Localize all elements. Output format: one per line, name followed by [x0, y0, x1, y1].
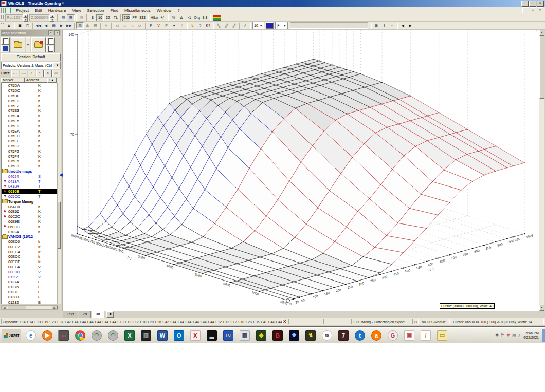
hscroll-left-icon[interactable]: ◀ — [2, 306, 7, 309]
taskbar-g-app[interactable]: G — [387, 330, 398, 341]
taskbar-chrome[interactable] — [75, 330, 86, 341]
import-file-button[interactable] — [31, 37, 46, 52]
percent-button[interactable]: % — [170, 14, 177, 21]
map-list-row[interactable]: ⚑06C2CK — [2, 214, 58, 219]
spin-up-icon[interactable]: ▲ — [23, 14, 28, 18]
tray-flag[interactable]: ⚑ — [501, 333, 504, 338]
map-list-row[interactable]: 00EC2Ir — [2, 245, 58, 250]
save-project-button[interactable] — [1, 45, 10, 52]
map-selection-toggle[interactable]: ▥ — [76, 22, 84, 29]
map-list-row[interactable]: 06AC0K — [2, 204, 58, 209]
tab-scroll-left-button[interactable]: ◀ — [106, 311, 114, 318]
map-list-row[interactable]: 07024K — [2, 229, 58, 234]
new-project-button[interactable] — [1, 37, 10, 45]
map-list-row[interactable]: 075DCK — [2, 88, 58, 94]
spin-down-icon[interactable]: ▼ — [23, 18, 28, 22]
show-f-button[interactable]: F — [147, 22, 155, 29]
filter-flag-button[interactable]: ⚑ — [44, 70, 52, 77]
taskbar-word[interactable]: W — [157, 330, 168, 341]
map-list-row[interactable]: ⚑0418AT — [2, 179, 58, 184]
menu-miscellaneous[interactable]: Miscellaneous — [121, 8, 154, 13]
format-333-button[interactable]: 333 — [138, 14, 147, 21]
taskbar-winols[interactable]: ∞ — [58, 330, 69, 341]
taskbar-tb-app[interactable]: tb — [321, 330, 333, 341]
map-list-row[interactable]: 00ECCIr — [2, 254, 58, 259]
map-list-row[interactable]: 075E6K — [2, 119, 58, 124]
vscroll-thumb[interactable] — [58, 201, 61, 249]
zoom-spinner[interactable]: ▲▼ — [50, 14, 55, 21]
filter-nuo-button[interactable]: nuo — [20, 70, 27, 77]
close-button[interactable]: × — [537, 1, 544, 7]
show-v-button[interactable]: V — [155, 22, 162, 29]
whatsthis-button[interactable]: K? — [204, 22, 212, 29]
map-list-row[interactable]: 01112V — [2, 274, 58, 279]
window-cascade-button[interactable]: ▣ — [16, 22, 24, 29]
map-grid-button[interactable]: ▦ — [50, 22, 58, 29]
taskbar-ie[interactable]: e — [25, 330, 37, 341]
map-list-row[interactable]: 00FD0V — [2, 269, 58, 274]
nav-first-button[interactable]: ◀◀ — [34, 22, 42, 29]
map-list-row[interactable]: throttle maps — [2, 169, 58, 174]
taskbar-wrench[interactable]: / — [420, 330, 431, 341]
taskbar-x-app[interactable]: X — [190, 330, 201, 341]
next-version-button[interactable]: ▷ — [136, 22, 144, 29]
taskbar-media-player[interactable]: ▶ — [42, 330, 53, 341]
show-p-dropdown[interactable]: ▾ — [170, 22, 178, 29]
taskbar-console[interactable]: ▂ — [206, 330, 217, 341]
map-list-row[interactable]: 01282E — [2, 300, 58, 304]
taskbar-ecm-2[interactable]: ◠ — [107, 330, 119, 341]
tray-shield[interactable]: ❖ — [506, 333, 510, 338]
checksum-button[interactable]: ↯ — [189, 22, 196, 29]
version-home-button[interactable]: ⌂ — [129, 22, 136, 29]
restore-button[interactable]: □ — [529, 1, 536, 7]
minimize-button[interactable]: _ — [521, 1, 529, 7]
original-version-button[interactable]: ⌂ — [121, 22, 129, 29]
map-list-row[interactable]: ⚑065CCT — [2, 194, 58, 199]
menu-selection[interactable]: Selection — [84, 8, 107, 13]
taskbar-box-app[interactable]: ▣ — [404, 330, 415, 341]
chart-vscroll-thumb[interactable] — [539, 36, 544, 99]
scroll-up-icon[interactable]: ▲ — [539, 30, 544, 36]
original-button[interactable]: Org — [193, 14, 201, 21]
map-list-row[interactable]: ⚑041B4T — [2, 184, 58, 189]
taskbar-ecm-1[interactable]: ◠ — [91, 330, 102, 341]
panel-pin-button[interactable]: ▪ — [48, 30, 53, 35]
width-16-button[interactable]: 16 — [96, 14, 104, 21]
taskbar-outlook[interactable]: O — [173, 330, 185, 341]
taskbar-nav-app[interactable]: ◆ — [256, 330, 267, 341]
map-list-row[interactable]: 01274E — [2, 279, 58, 285]
map-list-row[interactable]: 075E4K — [2, 114, 58, 119]
map-list-row[interactable]: 075F4K — [2, 154, 58, 159]
prev-version-button[interactable]: ◁ — [113, 22, 121, 29]
arrange-icons-button[interactable]: ≡ — [388, 22, 396, 29]
map-list-row[interactable]: 075F6K — [2, 159, 58, 164]
show-desktop-button[interactable] — [542, 329, 545, 342]
taskbar-flash-app[interactable]: ↯ — [305, 330, 316, 341]
view-3d-button[interactable]: ▦ — [67, 14, 75, 21]
filter-kk-button[interactable]: KK — [52, 70, 60, 77]
clipboard-clear-icon[interactable]: X — [283, 319, 286, 324]
combo-dropdown-icon[interactable]: ▼ — [53, 63, 60, 68]
mdi-minimize-button[interactable]: _ — [522, 7, 529, 13]
delta-button[interactable]: Δ — [177, 14, 185, 21]
preview-button[interactable]: ◎ — [84, 22, 92, 29]
menu-hardware[interactable]: Hardware — [45, 8, 69, 13]
session-button[interactable]: Session: Default — [1, 53, 61, 61]
dock-arrow-icon[interactable]: ◀ — [59, 173, 63, 177]
nav-last-button[interactable]: ▶▶ — [65, 22, 73, 29]
open-project-button[interactable] — [11, 37, 25, 52]
tray-accessibility[interactable]: ✱ — [495, 333, 499, 338]
map-list-row[interactable]: 075E8K — [2, 123, 58, 128]
tile-vertical-button[interactable]: ‖ — [380, 22, 388, 29]
taskbar-avast[interactable]: a — [371, 330, 382, 341]
width-32-button[interactable]: 32 — [104, 14, 112, 21]
column-header-marker[interactable]: Marker — [1, 78, 25, 83]
tab-text[interactable]: Text — [63, 311, 78, 318]
menu-find[interactable]: Find — [107, 8, 122, 13]
map-list-row[interactable]: 01276E — [2, 285, 58, 290]
tile-horizontal-button[interactable]: ⊞ — [373, 22, 380, 29]
compare-button[interactable]: 8:8 — [201, 14, 209, 21]
map-list-row[interactable]: 00EEAV — [2, 265, 58, 270]
connect-button[interactable]: ※ — [102, 22, 110, 29]
new-map-button[interactable] — [46, 45, 55, 52]
